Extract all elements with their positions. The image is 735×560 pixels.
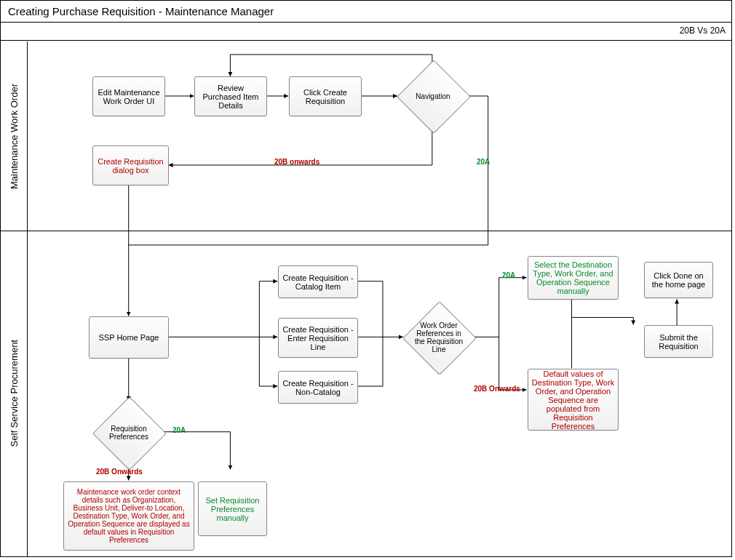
- node-create-requisition-non-catalog: Create Requisition - Non-Catalog: [278, 371, 358, 404]
- node-submit-requisition: Submit the Requisition: [644, 325, 713, 358]
- node-select-destination-manually: Select the Destination Type, Work Order,…: [528, 256, 619, 300]
- edge-label-20b-reqprefs: 20B Onwards: [96, 468, 143, 476]
- version-label: 20B Vs 20A: [680, 25, 726, 36]
- node-create-requisition-catalog: Create Requisition - Catalog Item: [278, 265, 358, 298]
- node-ssp-home-page: SSP Home Page: [89, 316, 169, 359]
- node-click-done-home: Click Done on the home page: [644, 262, 713, 298]
- swimlanes: Maintenance Work Order: [1, 41, 731, 556]
- node-create-requisition-enter-line: Create Requisition - Enter Requisition L…: [278, 318, 358, 358]
- node-click-create-requisition: Click Create Requisition: [289, 76, 362, 116]
- node-mwo-context-defaults: Maintenance work order context details s…: [63, 481, 194, 551]
- lane-label-ssp-text: Self Service Procurement: [9, 340, 20, 447]
- node-create-requisition-dialog: Create Requisition dialog box: [92, 145, 169, 185]
- page-title: Creating Purchase Requisition - Maintena…: [1, 1, 731, 23]
- edge-label-20b-onwards-nav: 20B onwards: [274, 158, 319, 166]
- lane2-canvas: SSP Home Page Create Requisition - Catal…: [27, 231, 731, 556]
- decision-wo-references-label: Work Order References in the Requisition…: [402, 301, 475, 374]
- edge-label-20b-worefs: 20B Onwards: [474, 385, 520, 393]
- node-edit-maintenance-wo: Edit Maintenance Work Order UI: [92, 76, 165, 116]
- lane1-canvas: Edit Maintenance Work Order UI Review Pu…: [27, 41, 731, 231]
- lane-label-ssp: Self Service Procurement: [1, 231, 28, 556]
- lane-label-mwo-text: Maintenance Work Order: [9, 84, 20, 189]
- diagram-frame: Creating Purchase Requisition - Maintena…: [0, 0, 732, 557]
- node-default-values-populated: Default values of Destination Type, Work…: [528, 369, 619, 431]
- node-review-purchased-item: Review Purchased Item Details: [194, 76, 267, 116]
- node-set-requisition-preferences: Set Requisition Preferences manually: [198, 481, 267, 536]
- edge-label-20a-worefs: 20A: [502, 271, 515, 279]
- edge-label-20a-reqprefs: 20A: [172, 426, 186, 434]
- lane-self-service-procurement: Self Service Procurement: [1, 231, 731, 556]
- decision-wo-references: Work Order References in the Requisition…: [402, 301, 475, 374]
- lane-label-mwo: Maintenance Work Order: [1, 41, 28, 231]
- version-bar: 20B Vs 20A: [1, 23, 731, 41]
- edge-label-20a-nav: 20A: [477, 158, 490, 166]
- decision-requisition-preferences-label: Requisition Preferences: [92, 396, 165, 469]
- decision-navigation: Navigation: [397, 60, 469, 132]
- decision-navigation-label: Navigation: [397, 60, 469, 132]
- decision-requisition-preferences: Requisition Preferences: [92, 396, 165, 469]
- lane-maintenance-work-order: Maintenance Work Order: [1, 41, 731, 231]
